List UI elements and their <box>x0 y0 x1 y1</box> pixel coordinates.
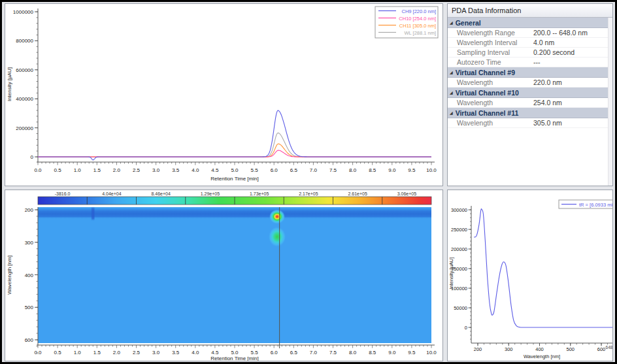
svg-text:250000: 250000 <box>451 227 467 233</box>
legend-label: CH11 [305.0 nm] <box>399 23 436 29</box>
pda-row[interactable]: Sampling Interval0.200 second <box>448 48 612 58</box>
svg-text:8.5: 8.5 <box>369 350 376 356</box>
legend-label: CH9 [220.0 nm] <box>401 8 436 14</box>
svg-text:6.0: 6.0 <box>271 167 278 173</box>
pda-group-label: Virtual Channel #11 <box>456 109 519 117</box>
chrom-y-axis: 02000004000006000008000001000000Intensit… <box>7 8 38 162</box>
trace-ch10 <box>38 150 431 157</box>
svg-text:9.5: 9.5 <box>408 167 416 173</box>
svg-text:7.5: 7.5 <box>329 167 337 173</box>
svg-text:600000: 600000 <box>16 67 33 73</box>
svg-text:5.5: 5.5 <box>251 350 259 356</box>
colorbar-label: -3816.0 <box>55 191 71 196</box>
svg-text:7.0: 7.0 <box>310 350 318 356</box>
pda-row[interactable]: Wavelength220.0 nm <box>448 78 612 88</box>
svg-text:1.5: 1.5 <box>93 350 101 356</box>
svg-text:2.5: 2.5 <box>133 350 141 356</box>
pda-scrollbar-track[interactable] <box>608 18 612 186</box>
svg-text:1.5: 1.5 <box>93 167 101 173</box>
svg-text:4.0: 4.0 <box>192 167 199 173</box>
pda-group-header[interactable]: ◢Virtual Channel #10 <box>448 88 612 98</box>
svg-text:Retention Time [min]: Retention Time [min] <box>210 356 258 361</box>
svg-text:Intensity [µAU]: Intensity [µAU] <box>448 257 454 290</box>
svg-text:Retention Time [min]: Retention Time [min] <box>210 176 258 182</box>
svg-text:1.0: 1.0 <box>74 350 82 356</box>
contour-map[interactable] <box>38 207 431 343</box>
svg-text:6.5: 6.5 <box>290 167 298 173</box>
svg-text:4.5: 4.5 <box>211 350 219 356</box>
contour-colorbar: -3816.04.04e+048.46e+041.29e+051.73e+052… <box>38 191 431 205</box>
svg-text:200000: 200000 <box>16 125 33 131</box>
svg-text:0.5: 0.5 <box>54 167 62 173</box>
pda-group-header[interactable]: ◢Virtual Channel #11 <box>448 108 612 118</box>
pda-row[interactable]: Wavelength254.0 nm <box>448 98 612 108</box>
pda-property-grid: ◢GeneralWavelength Range200.0 -- 648.0 n… <box>448 18 612 128</box>
pda-row-label: Wavelength <box>448 119 533 127</box>
expander-icon[interactable]: ◢ <box>450 20 453 25</box>
pda-info-panel: PDA Data Information ◢GeneralWavelength … <box>447 3 613 186</box>
svg-text:300: 300 <box>25 240 34 246</box>
svg-text:300: 300 <box>505 346 513 352</box>
legend-label: WL [288.1 nm] <box>405 30 437 36</box>
svg-text:3.0: 3.0 <box>152 167 160 173</box>
svg-text:7.5: 7.5 <box>329 350 337 356</box>
contour-panel: -3816.04.04e+048.46e+041.29e+051.73e+052… <box>5 190 443 361</box>
pda-row-label: Wavelength <box>448 78 533 86</box>
colorbar-label: 3.06e+05 <box>397 191 416 196</box>
svg-text:0.0: 0.0 <box>34 350 42 356</box>
colorbar-label: 8.46e+04 <box>151 191 170 196</box>
svg-text:500: 500 <box>25 305 34 310</box>
svg-text:7.0: 7.0 <box>310 167 318 173</box>
pda-row-value: 305.0 nm <box>533 119 612 127</box>
spectrum-legend[interactable]: tR = [6.0933 mi <box>559 200 612 208</box>
chrom-traces <box>38 110 431 160</box>
colorbar-label: 4.04e+04 <box>102 191 121 196</box>
svg-text:9.0: 9.0 <box>388 167 396 173</box>
spectrum-panel: 050000100000150000200000250000300000Inte… <box>447 190 613 361</box>
svg-text:300000: 300000 <box>451 207 467 213</box>
svg-text:3.0: 3.0 <box>152 350 160 356</box>
expander-icon[interactable]: ◢ <box>450 90 453 95</box>
spectrum-y-axis: 050000100000150000200000250000300000Inte… <box>448 206 471 343</box>
svg-text:800000: 800000 <box>16 38 33 44</box>
svg-text:Wavelength [nm]: Wavelength [nm] <box>7 256 12 295</box>
svg-text:500: 500 <box>566 346 575 352</box>
pda-row[interactable]: Wavelength Range200.0 -- 648.0 nm <box>448 28 612 38</box>
svg-text:400: 400 <box>535 346 544 352</box>
spectrum-x-axis: 200300400500600648Wavelength [nm] <box>471 343 612 359</box>
pda-row[interactable]: Autozero Time--- <box>448 58 612 67</box>
svg-text:6.5: 6.5 <box>290 350 298 356</box>
svg-text:9.5: 9.5 <box>408 350 416 356</box>
svg-text:600: 600 <box>597 346 606 352</box>
pda-row[interactable]: Wavelength305.0 nm <box>448 118 612 128</box>
legend-label: tR = [6.0933 mi <box>579 202 612 208</box>
svg-text:0.5: 0.5 <box>54 350 62 356</box>
svg-text:3.5: 3.5 <box>172 350 180 356</box>
pda-group-header[interactable]: ◢General <box>448 18 612 28</box>
pda-row-label: Wavelength Interval <box>448 39 533 46</box>
svg-text:8.0: 8.0 <box>349 167 357 173</box>
svg-text:200: 200 <box>25 207 34 213</box>
trace-ch11 <box>38 144 431 157</box>
svg-text:2.5: 2.5 <box>133 167 141 173</box>
pda-row[interactable]: Wavelength Interval4.0 nm <box>448 38 612 48</box>
pda-row-value: 220.0 nm <box>533 78 612 86</box>
pda-row-value: 200.0 -- 648.0 nm <box>533 29 612 37</box>
pda-info-title: PDA Data Information <box>448 4 612 18</box>
svg-text:9.0: 9.0 <box>388 350 396 356</box>
svg-text:Wavelength [nm]: Wavelength [nm] <box>524 354 560 359</box>
svg-text:400: 400 <box>25 273 34 278</box>
chromatogram-legend[interactable]: CH9 [220.0 nm]CH10 [254.0 nm]CH11 [305.0… <box>375 7 438 38</box>
svg-text:3.5: 3.5 <box>172 167 180 173</box>
svg-text:2.0: 2.0 <box>113 167 121 173</box>
expander-icon[interactable]: ◢ <box>450 70 453 74</box>
svg-text:50000: 50000 <box>454 305 467 311</box>
pda-row-value: 254.0 nm <box>533 99 612 107</box>
expander-icon[interactable]: ◢ <box>450 110 453 115</box>
svg-text:8.5: 8.5 <box>369 167 376 173</box>
svg-text:6.0: 6.0 <box>271 350 278 356</box>
svg-text:Intensity [µAU]: Intensity [µAU] <box>7 67 12 101</box>
pda-group-header[interactable]: ◢Virtual Channel #9 <box>448 67 612 78</box>
contour-peak-2 <box>269 227 286 246</box>
pda-application-window: 02000004000006000008000001000000Intensit… <box>0 0 617 364</box>
